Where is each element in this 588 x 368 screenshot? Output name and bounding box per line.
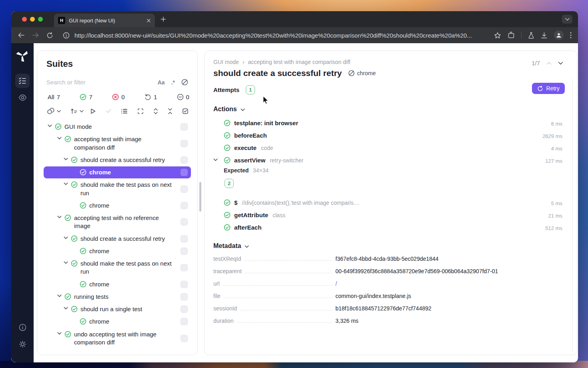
url-bar[interactable]: http://localhost:8000/new-ui#/suites/GUI… [63, 32, 487, 39]
sort-icon[interactable] [70, 108, 78, 114]
url-text[interactable]: http://localhost:8000/new-ui#/suites/GUI… [74, 32, 472, 39]
metadata-header[interactable]: Metadata [213, 242, 562, 250]
minimize-window-button[interactable] [30, 17, 35, 22]
tree-row-checkbox[interactable] [181, 335, 188, 342]
select-all-icon[interactable] [182, 108, 189, 114]
action-row[interactable]: beforeEach 2629 ms [213, 129, 562, 142]
profile-avatar[interactable] [554, 30, 564, 40]
tree-row[interactable]: chrome [44, 166, 191, 178]
tree-row[interactable]: should make the test pass on next run [44, 258, 191, 278]
attempt-badge[interactable]: 1 [246, 85, 255, 94]
browser-tab[interactable]: H GUI report (New UI) [54, 14, 155, 27]
tab-search-button[interactable] [562, 15, 572, 24]
filter-retried[interactable]: 1 [144, 94, 157, 100]
chevron-down-icon[interactable] [558, 62, 563, 65]
tree-row[interactable]: chrome [44, 245, 191, 257]
tree-row-checkbox[interactable] [181, 293, 188, 300]
tree-row[interactable]: should make the test pass on next run [44, 179, 191, 199]
tab-close-icon[interactable] [146, 18, 151, 23]
tree-row[interactable]: accepting test with no reference image [44, 212, 191, 232]
run-play-icon[interactable] [90, 108, 96, 114]
tree-row-checkbox[interactable] [181, 318, 188, 325]
collapse-all-icon[interactable] [168, 108, 173, 114]
tree-row-checkbox[interactable] [181, 156, 188, 164]
tree-row-checkbox[interactable] [181, 306, 188, 313]
breadcrumb-root[interactable]: GUI mode [213, 59, 239, 65]
tree-row[interactable]: should create a successful retry [44, 154, 191, 166]
chevron-down-icon[interactable] [57, 294, 62, 297]
chevron-down-icon[interactable] [57, 332, 62, 335]
breadcrumb-suite[interactable]: accepting test with image comparison dif… [248, 59, 350, 65]
filter-failed[interactable]: 0 [112, 94, 124, 100]
tree-row[interactable]: accepting test with image comparison dif… [44, 133, 191, 154]
main-scrollbar-track[interactable] [572, 79, 573, 352]
tree-row[interactable]: should run a single test [44, 303, 191, 315]
tree-row[interactable]: should create a successful retry [44, 233, 191, 245]
filter-passed[interactable]: 7 [80, 94, 92, 100]
tree-row[interactable]: running tests [44, 291, 191, 303]
action-row[interactable]: $ //div[contains(text(),'test with image… [213, 196, 562, 209]
filter-all[interactable]: All7 [48, 94, 60, 100]
reload-icon[interactable] [46, 32, 53, 39]
testplane-logo[interactable] [16, 50, 28, 62]
action-row[interactable]: getAttribute class 21 ms [213, 209, 562, 221]
expand-all-icon[interactable] [153, 108, 158, 114]
tree-row-checkbox[interactable] [181, 140, 188, 147]
forward-icon[interactable] [32, 32, 39, 38]
tree-row-checkbox[interactable] [181, 248, 188, 255]
tree-row-checkbox[interactable] [181, 281, 188, 288]
chevron-up-icon[interactable] [546, 62, 552, 65]
action-row[interactable]: testplane: init browser 6 ms [213, 117, 562, 129]
chevron-down-icon[interactable] [64, 307, 68, 310]
tree-row-checkbox[interactable] [181, 235, 188, 242]
zoom-window-button[interactable] [38, 17, 43, 22]
tree-row[interactable]: chrome [44, 278, 191, 290]
chevron-down-icon[interactable] [48, 124, 52, 127]
gear-icon[interactable] [15, 337, 30, 351]
action-row[interactable]: afterEach 512 ms [213, 221, 562, 234]
actions-header[interactable]: Actions [213, 106, 562, 113]
action-row[interactable]: execute code 4 ms [213, 142, 562, 154]
new-tab-button[interactable] [161, 16, 166, 22]
chevron-down-icon[interactable] [57, 137, 62, 140]
tree-row[interactable]: chrome [44, 316, 191, 328]
chevron-down-icon[interactable] [64, 158, 68, 160]
case-sensitive-toggle[interactable]: Aa [158, 79, 165, 86]
menu-kebab-icon[interactable] [570, 32, 572, 38]
tree-row-checkbox[interactable] [181, 202, 188, 209]
chevron-down-icon[interactable] [80, 110, 84, 112]
screenshot-attempt-badge[interactable]: 2 [225, 179, 234, 188]
chevron-down-icon[interactable] [64, 182, 68, 185]
close-window-button[interactable] [22, 17, 27, 22]
site-info-icon[interactable] [63, 32, 70, 39]
chevron-down-icon[interactable] [57, 216, 62, 218]
list-view-icon[interactable] [121, 108, 128, 114]
labs-flask-icon[interactable] [528, 32, 534, 39]
tree-row[interactable]: undo accepting test with image compariso… [44, 328, 191, 349]
tree-row-checkbox[interactable] [181, 264, 188, 271]
action-row[interactable]: assertView retry-switcher 127 ms Expecte… [213, 154, 562, 196]
sidebar-item-suites[interactable] [15, 74, 30, 88]
retry-button[interactable]: Retry [532, 83, 565, 94]
browsers-filter-icon[interactable] [47, 108, 55, 114]
regex-toggle[interactable]: .* [171, 79, 175, 86]
tree-row-checkbox[interactable] [181, 218, 188, 226]
tree-row-checkbox[interactable] [181, 123, 188, 130]
focus-frame-icon[interactable] [137, 108, 144, 114]
extensions-icon[interactable] [508, 32, 515, 39]
tree-row[interactable]: chrome [44, 200, 191, 212]
chevron-down-icon[interactable] [64, 236, 68, 239]
tree-row[interactable]: GUI mode [44, 121, 191, 133]
bookmark-star-icon[interactable] [494, 32, 501, 39]
accept-check-icon[interactable] [106, 109, 111, 113]
sidebar-item-visual-checks[interactable] [15, 90, 30, 105]
chevron-down-icon[interactable] [213, 158, 218, 161]
search-input[interactable]: Search or filter [46, 79, 154, 86]
suites-scrollbar[interactable] [199, 182, 201, 212]
browsers-globe-icon[interactable] [181, 79, 188, 86]
chevron-down-icon[interactable] [57, 110, 61, 112]
download-icon[interactable] [541, 32, 548, 39]
info-icon[interactable] [15, 320, 30, 334]
chevron-down-icon[interactable] [64, 261, 68, 264]
filter-skipped[interactable]: 0 [177, 94, 189, 100]
